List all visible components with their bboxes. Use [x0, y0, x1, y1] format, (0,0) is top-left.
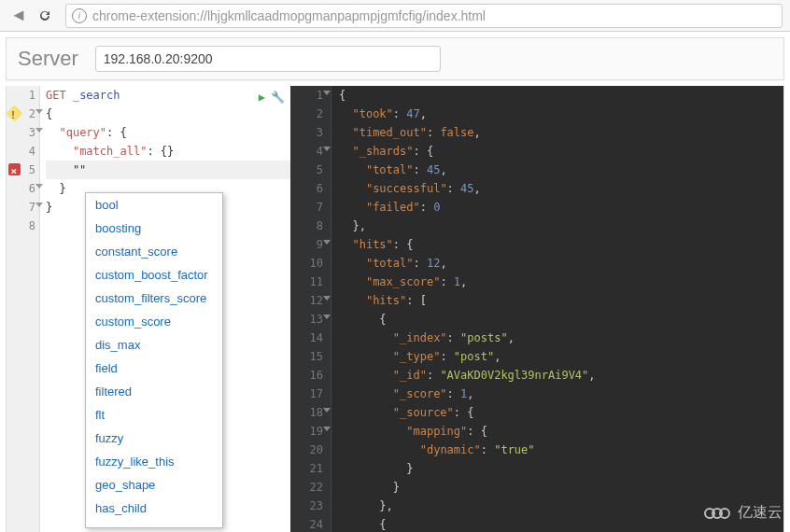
line-number: 1 [290, 86, 323, 105]
err-icon [8, 163, 21, 175]
code-line: "took": 47, [339, 105, 783, 123]
line-number: 24 [290, 515, 323, 532]
watermark-text: 亿速云 [738, 503, 783, 523]
line-number: 4 [290, 142, 323, 161]
code-line[interactable]: "" [46, 161, 290, 179]
code-line: "total": 12, [339, 254, 783, 273]
code-line: }, [339, 217, 783, 235]
code-line: "_source": { [339, 403, 783, 422]
fold-icon[interactable] [323, 427, 331, 431]
code-line[interactable]: "query": { [46, 123, 290, 142]
code-line: "successful": 45, [339, 179, 783, 198]
response-gutter: 123456789101112131415161718192021222324 [290, 86, 332, 532]
code-line: "total": 45, [339, 161, 783, 179]
code-line: "_index": "posts", [339, 329, 783, 347]
line-number: 5 [7, 161, 35, 179]
autocomplete-item[interactable]: custom_boost_factor [86, 263, 222, 287]
line-number: 2 [7, 105, 35, 123]
code-line: "_shards": { [339, 142, 783, 161]
url-bar[interactable]: i chrome-extension://lhjgkmllcaadmopgman… [65, 4, 783, 28]
autocomplete-item[interactable]: filtered [86, 380, 222, 403]
line-number: 12 [290, 291, 323, 310]
fold-icon[interactable] [323, 147, 331, 151]
line-number: 3 [7, 123, 35, 142]
line-number: 11 [290, 273, 323, 291]
nav-back-button[interactable]: ◄ [7, 5, 30, 27]
autocomplete-item[interactable]: custom_score [86, 310, 222, 333]
line-number: 3 [290, 123, 323, 142]
run-button[interactable]: ▶ [259, 88, 265, 106]
line-number: 23 [290, 497, 323, 515]
autocomplete-item[interactable]: has_parent [86, 520, 222, 528]
tools-button[interactable]: 🔧 [271, 88, 285, 106]
autocomplete-item[interactable]: geo_shape [86, 473, 222, 497]
autocomplete-item[interactable]: boosting [86, 217, 222, 240]
line-number: 10 [290, 254, 323, 273]
server-row: Server [6, 37, 784, 80]
line-number: 8 [7, 217, 35, 235]
line-number: 2 [290, 105, 323, 123]
line-number: 6 [290, 179, 323, 198]
code-line: "_type": "post", [339, 347, 783, 366]
code-line: { [339, 310, 783, 329]
fold-icon[interactable] [323, 296, 331, 301]
url-text: chrome-extension://lhjgkmllcaadmopgmanpa… [92, 8, 486, 23]
line-number: 14 [290, 329, 323, 347]
autocomplete-item[interactable]: flt [86, 403, 222, 427]
code-line: "mapping": { [339, 422, 783, 441]
code-line: "hits": [ [339, 291, 783, 310]
request-gutter: 12345678 [7, 86, 40, 532]
code-line: { [339, 86, 783, 105]
line-number: 7 [290, 198, 323, 217]
code-line: "timed_out": false, [339, 123, 783, 142]
server-label: Server [18, 47, 78, 71]
line-number: 21 [290, 459, 323, 478]
server-input[interactable] [95, 46, 441, 72]
cloud-icon [704, 504, 732, 523]
autocomplete-popup: boolboostingconstant_scorecustom_boost_f… [85, 192, 223, 528]
line-number: 6 [7, 179, 35, 198]
code-line: } [339, 459, 783, 478]
line-number: 18 [290, 403, 323, 422]
line-number: 1 [7, 86, 35, 105]
code-line: "failed": 0 [339, 198, 783, 217]
code-line[interactable]: { [46, 105, 290, 123]
warn-icon [6, 105, 22, 121]
reload-button[interactable] [34, 5, 56, 27]
code-line: "_id": "AVaKD0V2kgl39nrAi9V4", [339, 366, 783, 385]
autocomplete-item[interactable]: fuzzy [86, 427, 222, 450]
autocomplete-item[interactable]: custom_filters_score [86, 287, 222, 310]
fold-icon[interactable] [323, 315, 331, 319]
autocomplete-item[interactable]: fuzzy_like_this [86, 450, 222, 473]
line-number: 16 [290, 366, 323, 385]
code-line: } [339, 478, 783, 497]
editor-actions: ▶ 🔧 [259, 88, 285, 106]
browser-toolbar: ◄ i chrome-extension://lhjgkmllcaadmopgm… [0, 0, 790, 32]
fold-icon[interactable] [323, 91, 331, 95]
line-number: 15 [290, 347, 323, 366]
autocomplete-item[interactable]: constant_score [86, 240, 222, 263]
line-number: 9 [290, 235, 323, 254]
response-viewer[interactable]: { "took": 47, "timed_out": false, "_shar… [332, 86, 783, 532]
line-number: 8 [290, 217, 323, 235]
line-number: 4 [7, 142, 35, 161]
autocomplete-item[interactable]: bool [86, 193, 222, 217]
request-pane: 12345678 ▶ 🔧 GET _search{ "query": { "ma… [7, 86, 290, 532]
autocomplete-item[interactable]: has_child [86, 497, 222, 520]
line-number: 19 [290, 422, 323, 441]
fold-icon[interactable] [323, 408, 331, 413]
response-pane: 123456789101112131415161718192021222324 … [290, 86, 783, 532]
autocomplete-item[interactable]: dis_max [86, 333, 222, 357]
line-number: 20 [290, 441, 323, 459]
line-number: 13 [290, 310, 323, 329]
code-line: "max_score": 1, [339, 273, 783, 291]
line-number: 17 [290, 385, 323, 403]
info-icon: i [72, 8, 87, 23]
watermark: 亿速云 [704, 503, 783, 523]
code-line[interactable]: "match_all": {} [46, 142, 290, 161]
code-line[interactable]: GET _search [46, 86, 290, 105]
line-number: 7 [7, 198, 35, 217]
fold-icon[interactable] [323, 240, 331, 245]
autocomplete-item[interactable]: field [86, 357, 222, 380]
code-line: "hits": { [339, 235, 783, 254]
